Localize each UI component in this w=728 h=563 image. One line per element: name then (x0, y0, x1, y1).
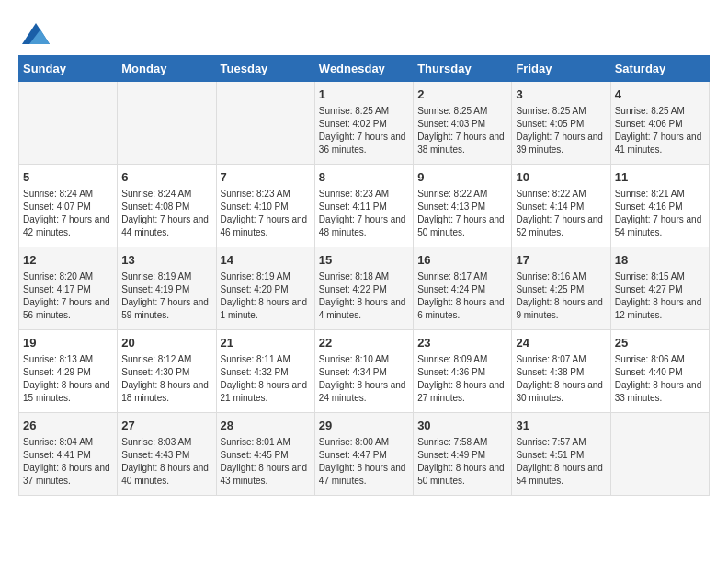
cell-content: Sunrise: 8:20 AM Sunset: 4:17 PM Dayligh… (23, 270, 113, 322)
calendar-cell: 10Sunrise: 8:22 AM Sunset: 4:14 PM Dayli… (512, 165, 610, 247)
day-number: 21 (221, 336, 311, 350)
calendar-cell: 9Sunrise: 8:22 AM Sunset: 4:13 PM Daylig… (414, 165, 512, 247)
cell-content: Sunrise: 8:24 AM Sunset: 4:08 PM Dayligh… (121, 188, 211, 239)
calendar-cell: 1Sunrise: 8:25 AM Sunset: 4:02 PM Daylig… (314, 82, 413, 165)
cell-content: Sunrise: 8:17 AM Sunset: 4:24 PM Dayligh… (417, 270, 507, 322)
header-cell-wednesday: Wednesday (314, 56, 413, 82)
logo (18, 18, 50, 46)
cell-content: Sunrise: 8:18 AM Sunset: 4:22 PM Dayligh… (319, 270, 409, 322)
calendar-cell: 24Sunrise: 8:07 AM Sunset: 4:38 PM Dayli… (512, 330, 610, 413)
cell-content: Sunrise: 7:57 AM Sunset: 4:51 PM Dayligh… (516, 436, 606, 488)
cell-content: Sunrise: 8:03 AM Sunset: 4:43 PM Dayligh… (121, 436, 211, 488)
cell-content: Sunrise: 8:22 AM Sunset: 4:13 PM Dayligh… (417, 188, 507, 239)
calendar-cell: 12Sunrise: 8:20 AM Sunset: 4:17 PM Dayli… (19, 247, 118, 330)
day-number: 29 (319, 419, 409, 432)
cell-content: Sunrise: 8:19 AM Sunset: 4:19 PM Dayligh… (121, 270, 211, 322)
calendar-cell (19, 82, 118, 165)
calendar-cell (118, 82, 216, 165)
calendar-cell: 21Sunrise: 8:11 AM Sunset: 4:32 PM Dayli… (216, 330, 314, 413)
day-number: 10 (516, 170, 606, 184)
cell-content: Sunrise: 8:07 AM Sunset: 4:38 PM Dayligh… (516, 353, 606, 405)
day-number: 19 (23, 336, 113, 350)
day-number: 5 (23, 170, 113, 184)
day-number: 28 (221, 419, 311, 432)
day-number: 4 (615, 87, 705, 101)
cell-content: Sunrise: 8:25 AM Sunset: 4:02 PM Dayligh… (319, 105, 409, 156)
calendar-cell: 4Sunrise: 8:25 AM Sunset: 4:06 PM Daylig… (610, 82, 709, 165)
calendar-week-2: 5Sunrise: 8:24 AM Sunset: 4:07 PM Daylig… (19, 165, 710, 247)
cell-content: Sunrise: 8:25 AM Sunset: 4:05 PM Dayligh… (516, 105, 606, 156)
header-cell-monday: Monday (118, 56, 216, 82)
logo-icon (22, 18, 50, 46)
day-number: 25 (615, 336, 705, 350)
calendar-cell: 19Sunrise: 8:13 AM Sunset: 4:29 PM Dayli… (19, 330, 118, 413)
header-cell-sunday: Sunday (19, 56, 118, 82)
day-number: 16 (417, 253, 507, 267)
cell-content: Sunrise: 8:12 AM Sunset: 4:30 PM Dayligh… (121, 353, 211, 405)
header-cell-thursday: Thursday (414, 56, 512, 82)
cell-content: Sunrise: 8:22 AM Sunset: 4:14 PM Dayligh… (516, 188, 606, 239)
calendar-week-4: 19Sunrise: 8:13 AM Sunset: 4:29 PM Dayli… (19, 330, 710, 413)
calendar-cell: 14Sunrise: 8:19 AM Sunset: 4:20 PM Dayli… (216, 247, 314, 330)
calendar-cell: 6Sunrise: 8:24 AM Sunset: 4:08 PM Daylig… (118, 165, 216, 247)
day-number: 22 (319, 336, 409, 350)
day-number: 13 (121, 253, 211, 267)
calendar-cell: 3Sunrise: 8:25 AM Sunset: 4:05 PM Daylig… (512, 82, 610, 165)
cell-content: Sunrise: 8:01 AM Sunset: 4:45 PM Dayligh… (221, 436, 311, 488)
calendar-cell: 7Sunrise: 8:23 AM Sunset: 4:10 PM Daylig… (216, 165, 314, 247)
cell-content: Sunrise: 8:25 AM Sunset: 4:06 PM Dayligh… (615, 105, 705, 156)
day-number: 14 (221, 253, 311, 267)
calendar-cell: 11Sunrise: 8:21 AM Sunset: 4:16 PM Dayli… (610, 165, 709, 247)
day-number: 26 (23, 419, 113, 432)
calendar-cell: 8Sunrise: 8:23 AM Sunset: 4:11 PM Daylig… (314, 165, 413, 247)
cell-content: Sunrise: 8:23 AM Sunset: 4:11 PM Dayligh… (319, 188, 409, 239)
cell-content: Sunrise: 8:21 AM Sunset: 4:16 PM Dayligh… (615, 188, 705, 239)
day-number: 2 (417, 87, 507, 101)
cell-content: Sunrise: 8:25 AM Sunset: 4:03 PM Dayligh… (417, 105, 507, 156)
day-number: 27 (121, 419, 211, 432)
calendar-cell (610, 413, 709, 496)
calendar-cell: 29Sunrise: 8:00 AM Sunset: 4:47 PM Dayli… (314, 413, 413, 496)
cell-content: Sunrise: 8:04 AM Sunset: 4:41 PM Dayligh… (23, 436, 113, 488)
cell-content: Sunrise: 8:24 AM Sunset: 4:07 PM Dayligh… (23, 188, 113, 239)
day-number: 8 (319, 170, 409, 184)
calendar-cell: 31Sunrise: 7:57 AM Sunset: 4:51 PM Dayli… (512, 413, 610, 496)
day-number: 11 (615, 170, 705, 184)
calendar-cell: 5Sunrise: 8:24 AM Sunset: 4:07 PM Daylig… (19, 165, 118, 247)
calendar-cell: 28Sunrise: 8:01 AM Sunset: 4:45 PM Dayli… (216, 413, 314, 496)
cell-content: Sunrise: 7:58 AM Sunset: 4:49 PM Dayligh… (417, 436, 507, 488)
cell-content: Sunrise: 8:23 AM Sunset: 4:10 PM Dayligh… (221, 188, 311, 239)
calendar-cell: 20Sunrise: 8:12 AM Sunset: 4:30 PM Dayli… (118, 330, 216, 413)
calendar-cell: 13Sunrise: 8:19 AM Sunset: 4:19 PM Dayli… (118, 247, 216, 330)
calendar-cell: 15Sunrise: 8:18 AM Sunset: 4:22 PM Dayli… (314, 247, 413, 330)
header-cell-tuesday: Tuesday (216, 56, 314, 82)
calendar-cell: 25Sunrise: 8:06 AM Sunset: 4:40 PM Dayli… (610, 330, 709, 413)
calendar-week-1: 1Sunrise: 8:25 AM Sunset: 4:02 PM Daylig… (19, 82, 710, 165)
calendar-cell: 16Sunrise: 8:17 AM Sunset: 4:24 PM Dayli… (414, 247, 512, 330)
header-cell-saturday: Saturday (610, 56, 709, 82)
day-number: 17 (516, 253, 606, 267)
day-number: 7 (221, 170, 311, 184)
day-number: 20 (121, 336, 211, 350)
calendar-cell: 27Sunrise: 8:03 AM Sunset: 4:43 PM Dayli… (118, 413, 216, 496)
calendar-cell: 18Sunrise: 8:15 AM Sunset: 4:27 PM Dayli… (610, 247, 709, 330)
cell-content: Sunrise: 8:06 AM Sunset: 4:40 PM Dayligh… (615, 353, 705, 405)
day-number: 24 (516, 336, 606, 350)
calendar-cell: 30Sunrise: 7:58 AM Sunset: 4:49 PM Dayli… (414, 413, 512, 496)
calendar-cell: 2Sunrise: 8:25 AM Sunset: 4:03 PM Daylig… (414, 82, 512, 165)
day-number: 31 (516, 419, 606, 432)
calendar-cell: 17Sunrise: 8:16 AM Sunset: 4:25 PM Dayli… (512, 247, 610, 330)
day-number: 15 (319, 253, 409, 267)
calendar-cell (216, 82, 314, 165)
cell-content: Sunrise: 8:15 AM Sunset: 4:27 PM Dayligh… (615, 270, 705, 322)
cell-content: Sunrise: 8:09 AM Sunset: 4:36 PM Dayligh… (417, 353, 507, 405)
cell-content: Sunrise: 8:16 AM Sunset: 4:25 PM Dayligh… (516, 270, 606, 322)
day-number: 12 (23, 253, 113, 267)
day-number: 30 (417, 419, 507, 432)
day-number: 6 (121, 170, 211, 184)
header-cell-friday: Friday (512, 56, 610, 82)
cell-content: Sunrise: 8:11 AM Sunset: 4:32 PM Dayligh… (221, 353, 311, 405)
day-number: 3 (516, 87, 606, 101)
day-number: 18 (615, 253, 705, 267)
calendar-week-5: 26Sunrise: 8:04 AM Sunset: 4:41 PM Dayli… (19, 413, 710, 496)
